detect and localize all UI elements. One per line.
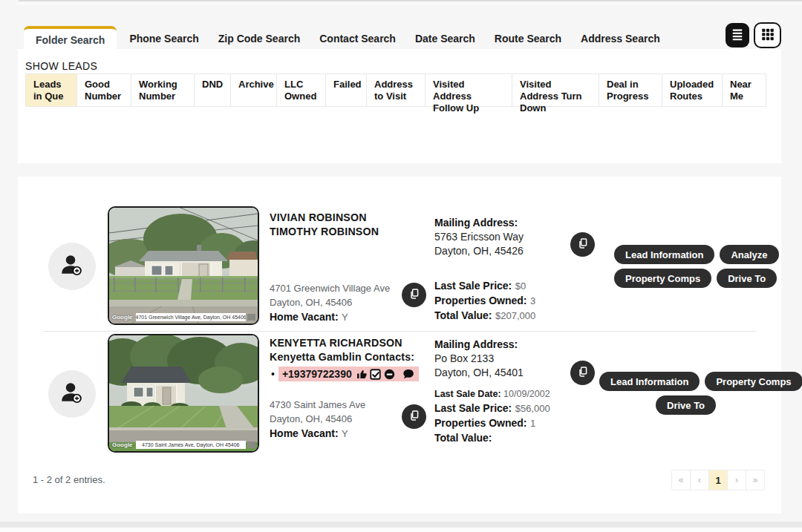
lead-stats: Last Sale Date: 10/09/2002 Last Sale Pri… xyxy=(434,387,550,445)
entries-summary: 1 - 2 of 2 entries. xyxy=(33,474,105,485)
tab-contact-search[interactable]: Contact Search xyxy=(310,26,405,52)
lead-actions-row1: Lead Information Property Comps xyxy=(599,372,802,391)
lead-divider xyxy=(43,331,756,332)
copy-address-button[interactable] xyxy=(402,404,426,429)
property-photo[interactable]: Google 4701 Greenwich Village Ave, Dayto… xyxy=(108,206,259,325)
copy-mailing-button[interactable] xyxy=(570,232,595,257)
filter-near-me[interactable]: Near Me xyxy=(722,73,766,107)
copy-icon xyxy=(577,237,589,252)
property-comps-button[interactable]: Property Comps xyxy=(614,269,711,288)
photo-caption: Google 4701 Greenwich Village Ave, Dayto… xyxy=(111,312,256,322)
person-add-icon xyxy=(56,249,88,283)
tab-phone-search[interactable]: Phone Search xyxy=(120,26,208,52)
filter-visited-address-turn-down[interactable]: Visited Address Turn Down xyxy=(512,73,599,107)
tab-zip-code-search[interactable]: Zip Code Search xyxy=(209,26,310,52)
filter-visited-address-follow-up[interactable]: Visited Address Follow Up xyxy=(425,73,512,107)
tab-address-search[interactable]: Address Search xyxy=(571,26,670,52)
first-page-button[interactable]: « xyxy=(671,470,691,490)
grid-view-button[interactable] xyxy=(754,22,781,48)
lead-information-button[interactable]: Lead Information xyxy=(599,372,700,391)
grid-view-icon xyxy=(760,26,776,45)
add-contact-button[interactable] xyxy=(48,243,96,290)
property-comps-button[interactable]: Property Comps xyxy=(705,372,802,391)
tab-route-search[interactable]: Route Search xyxy=(485,26,571,52)
filter-failed[interactable]: Failed xyxy=(325,73,367,107)
filter-llc-owned[interactable]: LLC Owned xyxy=(276,73,326,107)
copy-icon xyxy=(408,288,420,303)
page-1-button[interactable]: 1 xyxy=(708,470,728,490)
prev-page-button[interactable]: ‹ xyxy=(690,470,709,490)
filter-deal-in-progress[interactable]: Deal in Progress xyxy=(599,73,662,107)
add-contact-button[interactable] xyxy=(48,370,96,418)
lead-address: 4701 Greenwich Village Ave Dayton, OH, 4… xyxy=(270,281,390,324)
google-watermark: Google xyxy=(111,314,134,321)
mailing-address: Mailing Address: Po Box 2133 Dayton, OH,… xyxy=(434,338,524,380)
contact-phone[interactable]: +19379722390 xyxy=(282,368,352,380)
drive-to-button[interactable]: Drive To xyxy=(717,269,777,288)
next-page-button[interactable]: › xyxy=(727,470,746,490)
filter-leads-in-que[interactable]: Leads in Que xyxy=(25,73,77,107)
photo-caption: Google 4730 Saint James Ave, Dayton, OH … xyxy=(111,440,256,450)
lead-actions-row1: Lead Information Analyze xyxy=(614,245,779,264)
dnd-circle-icon[interactable] xyxy=(384,369,395,380)
lead-names: VIVIAN ROBINSON TIMOTHY ROBINSON xyxy=(270,211,379,239)
show-leads-title: SHOW LEADS xyxy=(25,60,97,72)
filter-archive[interactable]: Archive xyxy=(230,73,277,107)
copy-address-button[interactable] xyxy=(402,283,426,307)
filter-address-to-visit[interactable]: Address to Visit xyxy=(366,73,426,107)
contact-row: • +19379722390 xyxy=(271,367,419,381)
lead-row: Google 4730 Saint James Ave, Dayton, OH … xyxy=(18,334,781,460)
tab-date-search[interactable]: Date Search xyxy=(405,26,485,52)
lead-row: Google 4701 Greenwich Village Ave, Dayto… xyxy=(18,205,781,331)
comment-icon[interactable] xyxy=(402,369,414,379)
show-leads-panel: SHOW LEADS Leads in Que Good Number Work… xyxy=(18,49,781,163)
lead-actions-row2: Property Comps Drive To xyxy=(614,269,777,288)
contact-phone-pill: +19379722390 xyxy=(278,367,419,381)
copy-mailing-button[interactable] xyxy=(570,361,595,385)
copy-icon xyxy=(408,410,420,424)
lead-filters: Leads in Que Good Number Working Number … xyxy=(25,73,766,107)
last-page-button[interactable]: » xyxy=(746,470,765,490)
property-photo[interactable]: Google 4730 Saint James Ave, Dayton, OH … xyxy=(108,334,259,453)
filter-good-number[interactable]: Good Number xyxy=(76,73,131,107)
person-add-icon xyxy=(56,377,88,411)
lead-stats: Last Sale Price: $0 Properties Owned: 3 … xyxy=(434,278,535,323)
lead-address: 4730 Saint James Ave Dayton, OH, 45406 H… xyxy=(270,398,365,441)
pagination: « ‹ 1 › » xyxy=(671,470,765,490)
checkbox-checked-icon[interactable] xyxy=(370,369,381,380)
google-watermark: Google xyxy=(111,441,134,448)
lead-names: KENYETTA RICHARDSON Kenyetta Gamblin Con… xyxy=(270,336,414,364)
filter-dnd[interactable]: DND xyxy=(194,73,231,107)
bottom-strip xyxy=(0,528,802,532)
mailing-address: Mailing Address: 5763 Ericsson Way Dayto… xyxy=(434,216,524,258)
filter-uploaded-routes[interactable]: Uploaded Routes xyxy=(662,73,723,107)
filter-working-number[interactable]: Working Number xyxy=(131,73,195,107)
lead-actions-row2: Drive To xyxy=(656,395,716,415)
list-view-icon xyxy=(729,26,746,45)
lead-information-button[interactable]: Lead Information xyxy=(614,245,714,264)
top-divider xyxy=(19,0,802,5)
thumbs-up-icon[interactable] xyxy=(356,369,367,379)
list-view-button[interactable] xyxy=(726,23,749,47)
copy-icon xyxy=(577,366,589,381)
view-toggle xyxy=(726,22,781,48)
analyze-button[interactable]: Analyze xyxy=(720,245,778,264)
bottom-divider xyxy=(0,522,802,528)
drive-to-button[interactable]: Drive To xyxy=(656,395,716,415)
leads-panel: Google 4701 Greenwich Village Ave, Dayto… xyxy=(18,177,781,513)
